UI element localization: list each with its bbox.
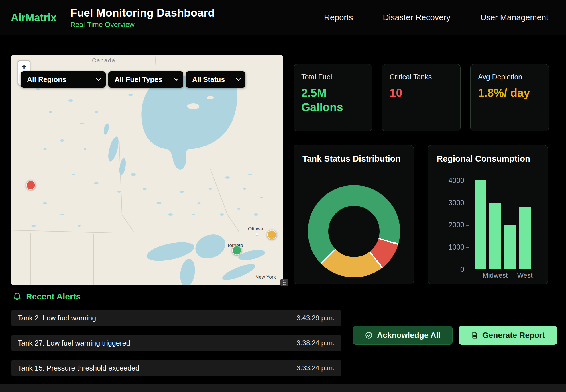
alert-row[interactable]: Tank 2: Low fuel warning 3:43:29 p.m. [11, 310, 341, 326]
grip-dots-icon [282, 280, 286, 285]
regional-consumption-card: Regional Consumption 40003000200010000 M… [428, 145, 548, 284]
alert-message: Tank 2: Low fuel warning [18, 314, 96, 322]
regional-consumption-title: Regional Consumption [437, 154, 539, 164]
document-icon [471, 331, 478, 339]
zoom-in-button[interactable]: + [18, 61, 30, 73]
bar-plot [475, 180, 539, 269]
bar-x-label: West [519, 271, 531, 279]
acknowledge-all-button[interactable]: Acknowledge All [353, 326, 453, 345]
title-block: Fuel Monitoring Dashboard Real-Time Over… [70, 7, 215, 29]
chevron-down-icon [236, 77, 241, 81]
page-subtitle: Real-Time Overview [70, 21, 215, 29]
bar [519, 207, 531, 269]
stat-label: Critical Tanks [390, 73, 453, 81]
alert-time: 3:33:24 p.m. [297, 364, 335, 372]
bar-y-tick: 2000 [448, 221, 469, 228]
stat-card-avg-depletion: Avg Depletion 1.8%/ day [470, 64, 549, 131]
alert-message: Tank 15: Pressure threshold exceeded [18, 364, 139, 372]
map-canvas [11, 55, 283, 285]
donut-chart [308, 185, 400, 277]
main-nav: Reports Disaster Recovery User Managemen… [324, 13, 548, 22]
alert-message: Tank 27: Low fuel warning triggered [18, 339, 130, 347]
filter-regions-dropdown[interactable]: All Regions [21, 71, 106, 88]
stats-row: Total Fuel 2.5M Gallons Critical Tanks 1… [294, 64, 549, 131]
tank-marker-critical[interactable] [26, 181, 36, 190]
bar-yticks: 40003000200010000 [437, 177, 469, 273]
acknowledge-all-label: Acknowledge All [377, 331, 441, 340]
stat-value: 1.8%/ day [478, 86, 531, 100]
chevron-down-icon [174, 77, 179, 81]
stat-label: Total Fuel [301, 73, 365, 81]
filter-fuel-types-dropdown[interactable]: All Fuel Types [108, 71, 183, 88]
donut-hole [328, 206, 380, 257]
stat-card-total-fuel: Total Fuel 2.5M Gallons [294, 64, 372, 131]
map-label-new-york: New York [255, 274, 276, 280]
filter-status-label: All Status [192, 75, 225, 84]
nav-user-management[interactable]: User Management [480, 13, 548, 22]
bar [504, 225, 516, 269]
bar-y-axis [473, 180, 473, 269]
alert-row[interactable]: Tank 27: Low fuel warning triggered 3:38… [11, 335, 341, 351]
resize-handle[interactable] [280, 279, 288, 286]
nav-reports[interactable]: Reports [324, 13, 353, 22]
tank-marker-normal[interactable] [232, 246, 242, 255]
page-title: Fuel Monitoring Dashboard [70, 7, 215, 19]
generate-report-label: Generate Report [482, 331, 545, 340]
filter-fuel-types-label: All Fuel Types [115, 75, 162, 84]
bar-y-tick: 4000 [448, 177, 469, 184]
chevron-down-icon [96, 77, 101, 81]
stat-card-critical-tanks: Critical Tanks 10 [382, 64, 461, 131]
header: AirMatrix Fuel Monitoring Dashboard Real… [0, 0, 566, 35]
bar-x-label [504, 271, 516, 279]
footer-bar [0, 384, 566, 392]
alert-row[interactable]: Tank 15: Pressure threshold exceeded 3:3… [11, 360, 341, 376]
bar [489, 203, 501, 269]
map-label-ottawa: Ottawa [248, 226, 263, 232]
bar-y-tick: 1000 [448, 243, 469, 251]
stat-value: 10 [390, 86, 442, 100]
bar [475, 180, 486, 269]
fuel-map[interactable]: Canada Ottawa Toronto New York + − All R… [11, 55, 283, 285]
logo[interactable]: AirMatrix [11, 12, 56, 24]
alert-time: 3:38:24 p.m. [297, 339, 335, 347]
bar-y-tick: 3000 [448, 199, 469, 206]
stat-value: 2.5M Gallons [301, 86, 354, 114]
bell-icon [13, 292, 22, 301]
filter-status-dropdown[interactable]: All Status [186, 71, 245, 88]
alerts-header: Recent Alerts [13, 292, 81, 301]
generate-report-button[interactable]: Generate Report [459, 326, 557, 345]
bar-x-label: Midwest [489, 271, 501, 279]
map-filters: All Regions All Fuel Types All Status [21, 71, 245, 88]
stat-label: Avg Depletion [478, 73, 541, 81]
bar-xlabels: MidwestWest [475, 271, 539, 279]
map-label-canada: Canada [92, 57, 115, 64]
tank-status-title: Tank Status Distribution [302, 154, 405, 164]
check-circle-icon [365, 331, 373, 339]
bar-y-tick: 0 [460, 266, 469, 273]
filter-regions-label: All Regions [27, 75, 66, 84]
alerts-title: Recent Alerts [26, 292, 81, 301]
tank-marker-warning[interactable] [267, 230, 277, 240]
alert-time: 3:43:29 p.m. [297, 314, 335, 322]
nav-disaster-recovery[interactable]: Disaster Recovery [383, 13, 451, 22]
tank-status-card: Tank Status Distribution [294, 145, 414, 284]
